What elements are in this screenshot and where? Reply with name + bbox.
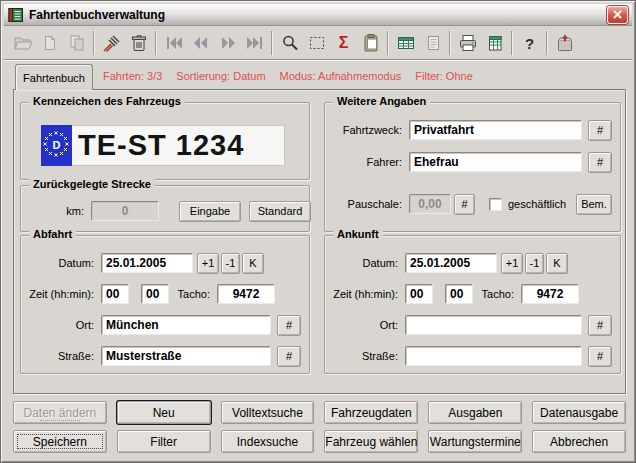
app-icon[interactable]	[8, 7, 24, 23]
toolbar-separator	[93, 31, 95, 55]
ankunft-datum-input[interactable]	[405, 253, 497, 273]
main-panel: Kennzeichen des Fahrzeugs D TE-ST 1234 Z…	[13, 89, 626, 394]
fahrtzweck-label: Fahrtzweck:	[333, 124, 409, 136]
filter-button[interactable]: Filter	[117, 430, 211, 453]
abfahrt-zeit-hh-input[interactable]	[101, 284, 129, 304]
export-clipboard-icon	[554, 32, 576, 54]
group-kennzeichen-title: Kennzeichen des Fahrzeugs	[29, 95, 185, 107]
select-button[interactable]	[303, 30, 330, 56]
spreadsheet-icon	[484, 32, 506, 54]
ankunft-k-button[interactable]: K	[546, 253, 568, 274]
search-button[interactable]	[276, 30, 303, 56]
fahrer-label: Fahrer:	[333, 156, 409, 168]
toolbar: Σ	[4, 27, 632, 60]
fahrzeugdaten-button[interactable]: Fahrzeugdaten	[324, 401, 418, 424]
ankunft-plus1-button[interactable]: +1	[501, 253, 523, 274]
first-record-button[interactable]	[160, 30, 187, 56]
export-table-button[interactable]	[481, 30, 508, 56]
status-modus: Modus: Aufnahmemodus	[280, 70, 402, 82]
group-ankunft-title: Ankunft	[333, 228, 383, 240]
abfahrt-plus1-button[interactable]: +1	[197, 253, 219, 274]
indexsuche-button[interactable]: Indexsuche	[221, 430, 315, 453]
abbrechen-button[interactable]: Abbrechen	[532, 430, 626, 453]
abfahrt-strasse-input[interactable]	[101, 346, 271, 366]
tab-fahrtenbuch[interactable]: Fahrtenbuch	[15, 64, 93, 90]
footer-button-bar: Daten ändern Neu Volltextsuche Fahrzeugd…	[13, 401, 626, 453]
eu-strip-icon: D	[41, 125, 72, 166]
geschaeftlich-checkbox[interactable]	[489, 198, 502, 211]
status-filter: Filter: Ohne	[415, 70, 472, 82]
abfahrt-ort-label: Ort:	[29, 319, 101, 331]
fahrtzweck-hash-button[interactable]: #	[588, 120, 612, 141]
group-weitere-angaben-title: Weitere Angaben	[333, 95, 430, 107]
abfahrt-minus1-button[interactable]: -1	[221, 253, 240, 274]
status-line: Fahrten: 3/3 Sortierung: Datum Modus: Au…	[103, 70, 473, 82]
export-clipboard-button[interactable]	[551, 30, 578, 56]
license-plate: D TE-ST 1234	[41, 125, 285, 166]
toolbar-separator	[271, 31, 273, 55]
help-button[interactable]: ?	[516, 30, 543, 56]
abfahrt-tacho-input[interactable]	[217, 284, 275, 304]
country-letter: D	[53, 138, 61, 150]
status-fahrten: Fahrten: 3/3	[103, 70, 162, 82]
delete-record-button[interactable]	[125, 30, 152, 56]
new-record-button	[36, 30, 63, 56]
toolbar-separator	[449, 31, 451, 55]
abfahrt-ort-hash-button[interactable]: #	[277, 315, 301, 336]
ankunft-tacho-label: Tacho:	[473, 288, 521, 300]
last-record-button[interactable]	[241, 30, 268, 56]
app-window: Fahrtenbuchverwaltung	[0, 0, 636, 463]
ausgaben-button[interactable]: Ausgaben	[428, 401, 522, 424]
fahrer-hash-button[interactable]: #	[588, 152, 612, 173]
km-input	[91, 201, 159, 221]
standard-button[interactable]: Standard	[249, 201, 311, 222]
plate-number: TE-ST 1234	[72, 129, 244, 162]
datenausgabe-button[interactable]: Datenausgabe	[532, 401, 626, 424]
abfahrt-k-button[interactable]: K	[242, 253, 264, 274]
first-record-icon	[163, 32, 185, 54]
pauschale-hash-button[interactable]: #	[454, 194, 475, 215]
ankunft-zeit-mm-input[interactable]	[445, 284, 473, 304]
ankunft-ort-input[interactable]	[405, 315, 582, 335]
ankunft-strasse-input[interactable]	[405, 346, 582, 366]
report-button	[419, 30, 446, 56]
next-record-button[interactable]	[214, 30, 241, 56]
fahrer-input[interactable]	[409, 152, 582, 172]
eingabe-button[interactable]: Eingabe	[179, 201, 241, 222]
wartungstermine-button[interactable]: Wartungstermine	[428, 430, 522, 453]
ankunft-datum-label: Datum:	[333, 257, 405, 269]
ankunft-zeit-hh-input[interactable]	[405, 284, 433, 304]
previous-record-button[interactable]	[187, 30, 214, 56]
report-document-icon	[422, 32, 444, 54]
volltextsuche-button[interactable]: Volltextsuche	[221, 401, 315, 424]
clipboard-paste-icon	[360, 32, 382, 54]
ankunft-strasse-hash-button[interactable]: #	[588, 346, 612, 367]
bem-button[interactable]: Bem.	[576, 194, 612, 215]
group-strecke-title: Zurückgelegte Strecke	[29, 178, 155, 190]
group-ankunft: Ankunft Datum: +1 -1 K Zeit (hh:min): Ta…	[324, 235, 621, 374]
fahrtzweck-input[interactable]	[409, 120, 582, 140]
fahrzeug-waehlen-button[interactable]: Fahrzeug wählen	[324, 430, 418, 453]
ankunft-minus1-button[interactable]: -1	[525, 253, 544, 274]
speichern-button[interactable]: Speichern	[13, 430, 107, 453]
table-view-button[interactable]	[392, 30, 419, 56]
open-button	[9, 30, 36, 56]
abfahrt-datum-input[interactable]	[101, 253, 193, 273]
abfahrt-zeit-mm-input[interactable]	[141, 284, 169, 304]
print-button[interactable]	[454, 30, 481, 56]
daten-aendern-button: Daten ändern	[13, 401, 107, 424]
sum-button[interactable]: Σ	[330, 30, 357, 56]
copy-record-button	[63, 30, 90, 56]
toolbar-separator	[155, 31, 157, 55]
close-button[interactable]	[607, 6, 628, 24]
neu-button[interactable]: Neu	[117, 401, 211, 424]
km-label: km:	[29, 205, 91, 217]
trash-icon	[128, 32, 150, 54]
abfahrt-strasse-hash-button[interactable]: #	[277, 346, 301, 367]
ankunft-tacho-input[interactable]	[521, 284, 579, 304]
ankunft-zeit-label: Zeit (hh:min):	[333, 288, 405, 300]
paste-button[interactable]	[357, 30, 384, 56]
clear-record-button[interactable]	[98, 30, 125, 56]
abfahrt-ort-input[interactable]	[101, 315, 271, 335]
ankunft-ort-hash-button[interactable]: #	[588, 315, 612, 336]
